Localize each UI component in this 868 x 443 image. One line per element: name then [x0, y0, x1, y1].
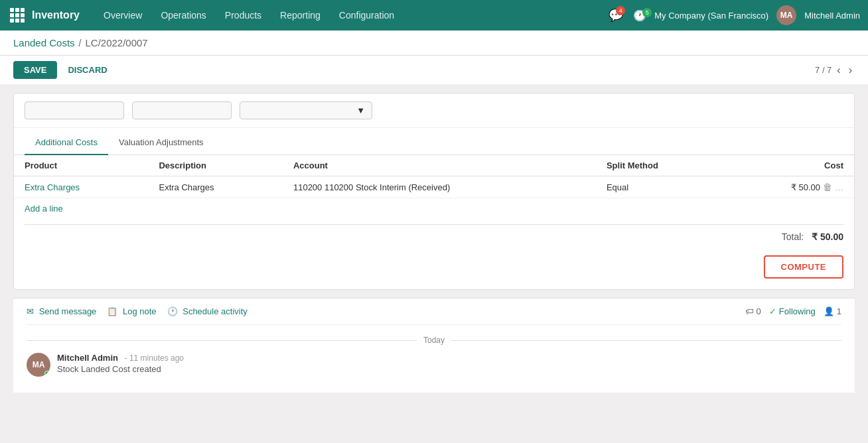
prev-record-button[interactable]: ‹ [834, 63, 843, 78]
notification-count: 4 [616, 6, 625, 15]
schedule-activity-button[interactable]: 🕐 Schedule activity [167, 306, 248, 316]
activity-clock[interactable]: 🕐 5 [633, 9, 646, 22]
page-navigation: 7 / 7 ‹ › [815, 63, 855, 78]
msg-avatar: MA [27, 353, 50, 377]
nav-reporting[interactable]: Reporting [272, 7, 328, 23]
chatter-actions: ✉ Send message 📋 Log note 🕐 Schedule act… [27, 306, 841, 325]
notification-bell[interactable]: 💬 4 [607, 6, 625, 25]
avatar[interactable]: MA [776, 5, 796, 25]
total-amount: ₹ 50.00 [812, 231, 843, 242]
form-card: ▼ Additional Costs Valuation Adjustments… [13, 93, 855, 290]
compute-button[interactable]: COMPUTE [764, 255, 844, 279]
col-account: Account [283, 155, 596, 176]
nav-configuration[interactable]: Configuration [331, 7, 402, 23]
col-description: Description [148, 155, 282, 176]
activity-count: 5 [642, 8, 652, 17]
toolbar-right: 7 / 7 ‹ › [815, 63, 855, 78]
tab-valuation-adjustments[interactable]: Valuation Adjustments [108, 131, 214, 155]
msg-time: - 11 minutes ago [125, 353, 184, 363]
log-note-button[interactable]: 📋 Log note [107, 306, 156, 316]
main-content: ▼ Additional Costs Valuation Adjustments… [0, 93, 868, 406]
tag-count-section: 🏷 0 [745, 306, 761, 316]
breadcrumb: Landed Costs / LC/2022/0007 [0, 31, 868, 56]
delete-row-icon[interactable]: 🗑 [823, 182, 832, 192]
form-top-fields: ▼ [14, 94, 854, 128]
chatter-right: 🏷 0 ✓ Following 👤 1 [745, 306, 841, 316]
col-product: Product [14, 155, 148, 176]
msg-author: Mitchell Admin [57, 353, 118, 363]
field-input-2[interactable] [132, 101, 232, 119]
page-indicator: 7 / 7 [815, 65, 832, 75]
msg-body: Mitchell Admin - 11 minutes ago Stock La… [57, 353, 841, 374]
add-line-button[interactable]: Add a line [14, 198, 74, 219]
online-indicator [44, 371, 50, 376]
dropdown-field[interactable]: ▼ [240, 101, 372, 119]
timeline-label: Today [423, 336, 445, 345]
send-message-button[interactable]: ✉ Send message [27, 306, 96, 316]
top-navigation: Inventory Overview Operations Products R… [0, 0, 868, 31]
nav-overview[interactable]: Overview [96, 7, 150, 23]
schedule-icon: 🕐 [167, 306, 178, 316]
field-input-1[interactable] [25, 101, 124, 119]
tag-count-value: 0 [757, 306, 761, 316]
discard-button[interactable]: DISCARD [62, 61, 112, 79]
breadcrumb-parent[interactable]: Landed Costs [13, 37, 75, 48]
row-account[interactable]: 110200 110200 Stock Interim (Received) [283, 176, 596, 198]
tabs-bar: Additional Costs Valuation Adjustments [14, 131, 854, 155]
breadcrumb-separator: / [79, 38, 82, 48]
col-split-method: Split Method [596, 155, 725, 176]
tag-icon: 🏷 [745, 306, 754, 316]
row-more-icon[interactable]: … [835, 182, 843, 192]
total-section: Total: ₹ 50.00 [25, 224, 843, 249]
user-name: Mitchell Admin [804, 11, 860, 21]
nav-menu: Overview Operations Products Reporting C… [96, 7, 601, 23]
row-split-method[interactable]: Equal [596, 176, 725, 198]
breadcrumb-current: LC/2022/0007 [85, 37, 147, 48]
log-note-icon: 📋 [107, 306, 117, 316]
table-row: Extra Charges Extra Charges 110200 11020… [14, 176, 854, 198]
compute-section: COMPUTE [14, 249, 854, 289]
row-product[interactable]: Extra Charges [14, 176, 148, 198]
timeline-today: Today [27, 336, 841, 345]
row-description[interactable]: Extra Charges [148, 176, 282, 198]
additional-costs-table: Product Description Account Split Method… [14, 155, 854, 198]
tab-additional-costs[interactable]: Additional Costs [25, 131, 108, 155]
add-line-section: Add a line [14, 198, 854, 219]
topnav-right: 💬 4 🕐 5 My Company (San Francisco) MA Mi… [607, 5, 860, 25]
company-name: My Company (San Francisco) [654, 11, 768, 21]
send-message-icon: ✉ [27, 306, 34, 316]
total-label: Total: [782, 231, 804, 242]
app-grid-icon[interactable] [8, 6, 27, 25]
people-icon: 👤 [824, 306, 834, 316]
row-cost: ₹ 50.00 🗑 … [724, 176, 854, 198]
follower-count: 👤 1 [824, 306, 841, 316]
message-item: MA Mitchell Admin - 11 minutes ago Stock… [27, 353, 841, 377]
toolbar: SAVE DISCARD 7 / 7 ‹ › [0, 56, 868, 85]
follower-count-value: 1 [837, 306, 841, 316]
dropdown-chevron-icon: ▼ [356, 105, 365, 115]
nav-operations[interactable]: Operations [153, 7, 214, 23]
col-cost: Cost [724, 155, 854, 176]
avatar-initials: MA [33, 360, 45, 369]
row-cost-value: ₹ 50.00 [791, 182, 820, 192]
msg-header: Mitchell Admin - 11 minutes ago [57, 353, 841, 363]
following-check-icon: ✓ [769, 306, 776, 316]
save-button[interactable]: SAVE [13, 61, 57, 79]
following-button[interactable]: ✓ Following [769, 306, 816, 316]
msg-text: Stock Landed Cost created [57, 364, 841, 374]
next-record-button[interactable]: › [846, 63, 855, 78]
chatter: ✉ Send message 📋 Log note 🕐 Schedule act… [13, 298, 855, 393]
nav-products[interactable]: Products [217, 7, 269, 23]
app-name: Inventory [32, 9, 80, 21]
